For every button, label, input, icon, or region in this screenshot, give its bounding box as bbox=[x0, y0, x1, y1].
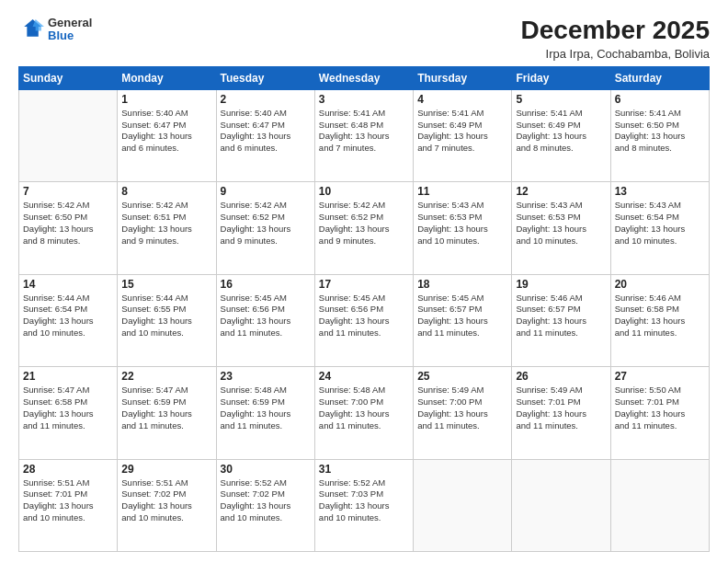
logo-text: General Blue bbox=[48, 17, 92, 43]
day-info: Sunrise: 5:41 AMSunset: 6:48 PMDaylight:… bbox=[319, 108, 409, 155]
day-number: 15 bbox=[121, 278, 211, 291]
day-cell: 28Sunrise: 5:51 AMSunset: 7:01 PMDayligh… bbox=[19, 459, 118, 551]
day-info: Sunrise: 5:47 AMSunset: 6:58 PMDaylight:… bbox=[23, 385, 113, 431]
day-info: Sunrise: 5:45 AMSunset: 6:56 PMDaylight:… bbox=[221, 293, 311, 339]
day-info: Sunrise: 5:48 AMSunset: 7:00 PMDaylight:… bbox=[319, 385, 409, 431]
day-info: Sunrise: 5:51 AMSunset: 7:02 PMDaylight:… bbox=[121, 477, 211, 524]
calendar-table: SundayMondayTuesdayWednesdayThursdayFrid… bbox=[18, 66, 710, 552]
day-cell: 4Sunrise: 5:41 AMSunset: 6:49 PMDaylight… bbox=[414, 89, 512, 181]
calendar-header-row: SundayMondayTuesdayWednesdayThursdayFrid… bbox=[19, 66, 710, 89]
day-number: 11 bbox=[417, 185, 507, 198]
day-cell: 31Sunrise: 5:52 AMSunset: 7:03 PMDayligh… bbox=[314, 459, 413, 551]
day-info: Sunrise: 5:52 AMSunset: 7:03 PMDaylight:… bbox=[319, 477, 409, 524]
cell-content: 26Sunrise: 5:49 AMSunset: 7:01 PMDayligh… bbox=[516, 370, 606, 431]
day-info: Sunrise: 5:44 AMSunset: 6:54 PMDaylight:… bbox=[23, 293, 113, 339]
day-number: 27 bbox=[615, 370, 705, 383]
cell-content: 7Sunrise: 5:42 AMSunset: 6:50 PMDaylight… bbox=[23, 185, 113, 247]
day-info: Sunrise: 5:42 AMSunset: 6:50 PMDaylight:… bbox=[23, 200, 113, 247]
day-info: Sunrise: 5:44 AMSunset: 6:55 PMDaylight:… bbox=[121, 293, 211, 339]
day-number: 25 bbox=[417, 370, 507, 383]
cell-content: 6Sunrise: 5:41 AMSunset: 6:50 PMDaylight… bbox=[615, 93, 705, 155]
day-number: 20 bbox=[615, 278, 705, 291]
cell-content: 1Sunrise: 5:40 AMSunset: 6:47 PMDaylight… bbox=[121, 93, 211, 155]
week-row-5: 28Sunrise: 5:51 AMSunset: 7:01 PMDayligh… bbox=[19, 459, 710, 551]
col-header-wednesday: Wednesday bbox=[314, 66, 413, 89]
day-cell: 11Sunrise: 5:43 AMSunset: 6:53 PMDayligh… bbox=[414, 182, 512, 274]
cell-content: 5Sunrise: 5:41 AMSunset: 6:49 PMDaylight… bbox=[516, 93, 606, 155]
cell-content: 14Sunrise: 5:44 AMSunset: 6:54 PMDayligh… bbox=[23, 278, 113, 339]
cell-content: 23Sunrise: 5:48 AMSunset: 6:59 PMDayligh… bbox=[221, 370, 311, 431]
day-number: 16 bbox=[221, 278, 311, 291]
day-cell bbox=[512, 459, 610, 551]
day-cell: 22Sunrise: 5:47 AMSunset: 6:59 PMDayligh… bbox=[118, 367, 216, 459]
day-info: Sunrise: 5:41 AMSunset: 6:49 PMDaylight:… bbox=[417, 108, 507, 155]
day-info: Sunrise: 5:52 AMSunset: 7:02 PMDaylight:… bbox=[221, 477, 311, 524]
day-number: 28 bbox=[23, 463, 113, 476]
day-cell: 21Sunrise: 5:47 AMSunset: 6:58 PMDayligh… bbox=[19, 367, 118, 459]
day-number: 3 bbox=[319, 93, 409, 106]
day-info: Sunrise: 5:43 AMSunset: 6:54 PMDaylight:… bbox=[615, 200, 705, 247]
day-cell bbox=[610, 459, 709, 551]
day-info: Sunrise: 5:43 AMSunset: 6:53 PMDaylight:… bbox=[417, 200, 507, 247]
day-number: 17 bbox=[319, 278, 409, 291]
day-number: 14 bbox=[23, 278, 113, 291]
day-info: Sunrise: 5:42 AMSunset: 6:52 PMDaylight:… bbox=[221, 200, 311, 247]
day-info: Sunrise: 5:41 AMSunset: 6:50 PMDaylight:… bbox=[615, 108, 705, 155]
title-block: December 2025 Irpa Irpa, Cochabamba, Bol… bbox=[521, 17, 710, 61]
logo: General Blue bbox=[18, 17, 92, 43]
week-row-3: 14Sunrise: 5:44 AMSunset: 6:54 PMDayligh… bbox=[19, 274, 710, 366]
day-cell: 20Sunrise: 5:46 AMSunset: 6:58 PMDayligh… bbox=[610, 274, 709, 366]
day-number: 10 bbox=[319, 185, 409, 198]
day-info: Sunrise: 5:49 AMSunset: 7:00 PMDaylight:… bbox=[417, 385, 507, 431]
day-info: Sunrise: 5:42 AMSunset: 6:52 PMDaylight:… bbox=[319, 200, 409, 247]
day-cell: 17Sunrise: 5:45 AMSunset: 6:56 PMDayligh… bbox=[314, 274, 413, 366]
page: General Blue December 2025 Irpa Irpa, Co… bbox=[0, 0, 728, 563]
day-number: 18 bbox=[417, 278, 507, 291]
day-number: 2 bbox=[221, 93, 311, 106]
cell-content: 15Sunrise: 5:44 AMSunset: 6:55 PMDayligh… bbox=[121, 278, 211, 339]
cell-content: 27Sunrise: 5:50 AMSunset: 7:01 PMDayligh… bbox=[615, 370, 705, 431]
day-info: Sunrise: 5:41 AMSunset: 6:49 PMDaylight:… bbox=[516, 108, 606, 155]
day-number: 6 bbox=[615, 93, 705, 106]
col-header-tuesday: Tuesday bbox=[216, 66, 314, 89]
cell-content: 21Sunrise: 5:47 AMSunset: 6:58 PMDayligh… bbox=[23, 370, 113, 431]
day-number: 24 bbox=[319, 370, 409, 383]
header: General Blue December 2025 Irpa Irpa, Co… bbox=[18, 17, 710, 61]
day-number: 29 bbox=[121, 463, 211, 476]
day-cell: 23Sunrise: 5:48 AMSunset: 6:59 PMDayligh… bbox=[216, 367, 314, 459]
day-cell: 16Sunrise: 5:45 AMSunset: 6:56 PMDayligh… bbox=[216, 274, 314, 366]
month-title: December 2025 bbox=[521, 17, 710, 45]
day-cell: 9Sunrise: 5:42 AMSunset: 6:52 PMDaylight… bbox=[216, 182, 314, 274]
week-row-1: 1Sunrise: 5:40 AMSunset: 6:47 PMDaylight… bbox=[19, 89, 710, 181]
day-cell: 14Sunrise: 5:44 AMSunset: 6:54 PMDayligh… bbox=[19, 274, 118, 366]
logo-general: General bbox=[48, 17, 92, 29]
day-info: Sunrise: 5:46 AMSunset: 6:57 PMDaylight:… bbox=[516, 293, 606, 339]
day-cell: 1Sunrise: 5:40 AMSunset: 6:47 PMDaylight… bbox=[118, 89, 216, 181]
cell-content: 10Sunrise: 5:42 AMSunset: 6:52 PMDayligh… bbox=[319, 185, 409, 247]
day-cell: 10Sunrise: 5:42 AMSunset: 6:52 PMDayligh… bbox=[314, 182, 413, 274]
day-info: Sunrise: 5:45 AMSunset: 6:57 PMDaylight:… bbox=[417, 293, 507, 339]
day-cell: 6Sunrise: 5:41 AMSunset: 6:50 PMDaylight… bbox=[610, 89, 709, 181]
cell-content: 16Sunrise: 5:45 AMSunset: 6:56 PMDayligh… bbox=[221, 278, 311, 339]
cell-content: 13Sunrise: 5:43 AMSunset: 6:54 PMDayligh… bbox=[615, 185, 705, 247]
day-number: 22 bbox=[121, 370, 211, 383]
logo-icon bbox=[18, 17, 44, 42]
cell-content: 30Sunrise: 5:52 AMSunset: 7:02 PMDayligh… bbox=[221, 463, 311, 524]
day-number: 23 bbox=[221, 370, 311, 383]
cell-content: 2Sunrise: 5:40 AMSunset: 6:47 PMDaylight… bbox=[221, 93, 311, 155]
cell-content: 19Sunrise: 5:46 AMSunset: 6:57 PMDayligh… bbox=[516, 278, 606, 339]
day-info: Sunrise: 5:40 AMSunset: 6:47 PMDaylight:… bbox=[121, 108, 211, 155]
cell-content: 4Sunrise: 5:41 AMSunset: 6:49 PMDaylight… bbox=[417, 93, 507, 155]
col-header-monday: Monday bbox=[118, 66, 216, 89]
day-number: 1 bbox=[121, 93, 211, 106]
cell-content: 28Sunrise: 5:51 AMSunset: 7:01 PMDayligh… bbox=[23, 463, 113, 524]
day-number: 12 bbox=[516, 185, 606, 198]
cell-content: 9Sunrise: 5:42 AMSunset: 6:52 PMDaylight… bbox=[221, 185, 311, 247]
cell-content: 25Sunrise: 5:49 AMSunset: 7:00 PMDayligh… bbox=[417, 370, 507, 431]
day-cell: 18Sunrise: 5:45 AMSunset: 6:57 PMDayligh… bbox=[414, 274, 512, 366]
day-cell: 12Sunrise: 5:43 AMSunset: 6:53 PMDayligh… bbox=[512, 182, 610, 274]
cell-content: 17Sunrise: 5:45 AMSunset: 6:56 PMDayligh… bbox=[319, 278, 409, 339]
day-number: 19 bbox=[516, 278, 606, 291]
cell-content: 11Sunrise: 5:43 AMSunset: 6:53 PMDayligh… bbox=[417, 185, 507, 247]
day-cell: 29Sunrise: 5:51 AMSunset: 7:02 PMDayligh… bbox=[118, 459, 216, 551]
